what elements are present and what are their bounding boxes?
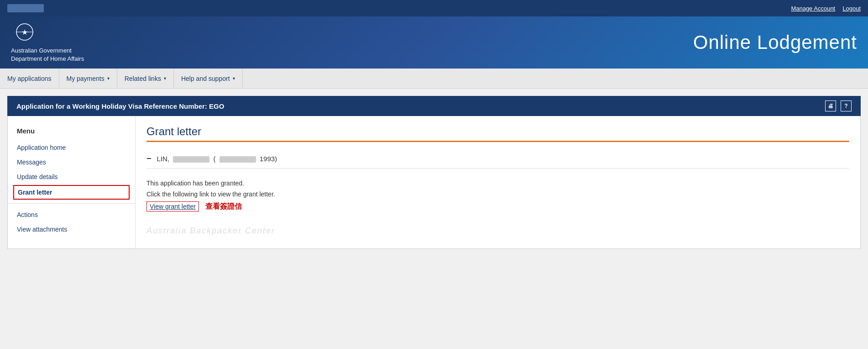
print-icon[interactable]: 🖨 [825, 100, 836, 111]
grant-letter-actions: View grant letter 查看簽證信 [146, 201, 849, 212]
my-payments-dropdown-icon: ▾ [107, 76, 110, 81]
manage-account-link[interactable]: Manage Account [791, 5, 835, 12]
top-bar: Manage Account Logout [0, 0, 868, 16]
chinese-label: 查看簽證信 [205, 202, 242, 210]
sidebar: Menu Application home Messages Update de… [8, 116, 136, 249]
help-support-dropdown-icon: ▾ [233, 76, 235, 81]
sidebar-item-grant-letter[interactable]: Grant letter [13, 185, 130, 200]
main-content: Menu Application home Messages Update de… [7, 116, 861, 249]
nav-my-payments[interactable]: My payments ▾ [59, 69, 117, 88]
top-bar-links: Manage Account Logout [791, 5, 861, 12]
sidebar-item-messages[interactable]: Messages [8, 155, 135, 169]
granted-text: This application has been granted. [146, 180, 849, 187]
sidebar-menu-title: Menu [8, 123, 135, 140]
related-links-dropdown-icon: ▾ [164, 76, 166, 81]
sidebar-divider [8, 203, 135, 204]
click-text: Click the following link to view the gra… [146, 190, 849, 198]
nav-my-applications[interactable]: My applications [0, 69, 59, 88]
nav-help-and-support[interactable]: Help and support ▾ [174, 69, 243, 88]
applicant-row: − LIN, ( 1993) [146, 149, 849, 169]
page-header: ★ Australian Government Department of Ho… [0, 16, 868, 69]
redacted-dob [220, 156, 256, 163]
applicant-name: LIN, ( 1993) [157, 155, 277, 163]
sidebar-item-view-attachments[interactable]: View attachments [8, 222, 135, 237]
sidebar-item-update-details[interactable]: Update details [8, 169, 135, 184]
crest-icon: ★ [11, 22, 38, 45]
watermark-text: Australia Backpacker Center [146, 226, 849, 236]
collapse-button[interactable]: − [146, 154, 152, 164]
banner-icons: 🖨 ? [825, 100, 852, 111]
grant-content: This application has been granted. Click… [146, 176, 849, 239]
sidebar-item-application-home[interactable]: Application home [8, 140, 135, 155]
grant-letter-title: Grant letter [146, 125, 849, 138]
nav-related-links[interactable]: Related links ▾ [117, 69, 174, 88]
government-logo: ★ Australian Government Department of Ho… [11, 22, 84, 63]
sidebar-item-actions[interactable]: Actions [8, 207, 135, 222]
page-title: Online Lodgement [693, 32, 857, 53]
help-icon[interactable]: ? [841, 100, 852, 111]
top-bar-user-info [7, 4, 44, 12]
content-panel: Grant letter − LIN, ( 1993) This applica… [136, 116, 860, 249]
logout-link[interactable]: Logout [842, 5, 861, 12]
application-banner: Application for a Working Holiday Visa R… [7, 96, 861, 116]
orange-divider [146, 141, 849, 142]
view-grant-letter-link[interactable]: View grant letter [146, 201, 199, 212]
application-banner-text: Application for a Working Holiday Visa R… [16, 102, 224, 110]
redacted-name [173, 156, 209, 163]
navigation-bar: My applications My payments ▾ Related li… [0, 69, 868, 89]
gov-name: Australian Government Department of Home… [11, 47, 84, 63]
